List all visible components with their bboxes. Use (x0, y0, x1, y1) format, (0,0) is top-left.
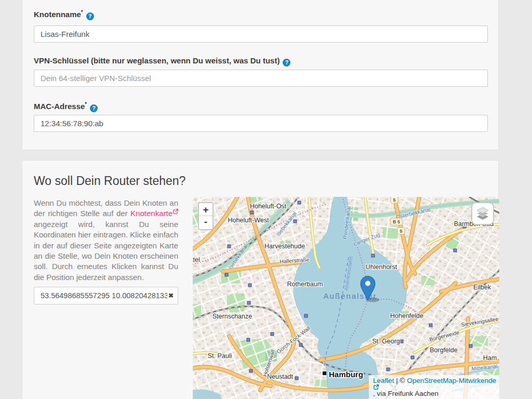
road-shield: 5 (391, 197, 398, 203)
description-after: angezeigt wird, kannst Du seine Koordina… (34, 220, 178, 282)
map-label: Hoheluft-West (228, 217, 269, 224)
required-marker: * (81, 9, 83, 15)
attribution-separator: | © (394, 377, 407, 384)
svg-text:5: 5 (393, 197, 395, 203)
map-label: Hohenfelde (390, 312, 423, 320)
map-label: Borgfelde (430, 347, 458, 354)
external-link-icon (374, 384, 379, 390)
city-marker-square (323, 371, 326, 375)
knotenkarte-link[interactable]: Knotenkarte (130, 209, 178, 218)
map-label: Hamburg (329, 370, 363, 379)
leaflet-link[interactable]: Leaflet (373, 377, 394, 384)
zoom-out-button[interactable]: - (199, 216, 212, 229)
vpn-key-input[interactable] (34, 70, 488, 87)
vpn-key-label: VPN-Schlüssel (bitte nur weglassen, wenn… (34, 56, 290, 66)
attribution-suffix: , via Freifunk Aachen (373, 390, 438, 397)
map-label: Rotherbaum (287, 281, 323, 288)
layers-control[interactable] (471, 202, 494, 225)
map-label: Uhlenhorst (366, 263, 397, 271)
mac-address-label-text: MAC-Adresse (34, 102, 85, 111)
location-description: Wenn Du möchtest, dass Dein Knoten an de… (34, 198, 178, 283)
page-title: Wo soll Dein Router stehen? (34, 174, 185, 188)
help-icon[interactable]: ? (283, 59, 290, 66)
zoom-control: + - (198, 202, 214, 230)
node-form-card: Knotenname*? VPN-Schlüssel (bitte nur we… (22, 0, 499, 150)
location-card: Wo soll Dein Router stehen? Wenn Du möch… (22, 160, 499, 399)
osm-link[interactable]: OpenStreetMap-Mitwirkende (407, 377, 496, 384)
map-attribution: Leaflet | © OpenStreetMap-Mitwirkende, v… (369, 375, 499, 399)
node-name-label: Knotenname*? (34, 9, 94, 20)
map-label: St. Georg (372, 338, 400, 345)
help-icon[interactable]: ? (90, 104, 98, 112)
mac-address-label: MAC-Adresse*? (34, 101, 98, 112)
map-label: Ham (483, 354, 497, 362)
coordinates-value: 53.56498685557295 10.00820428133 (41, 291, 167, 300)
road-shield: 5 (397, 228, 405, 234)
vpn-key-label-text: VPN-Schlüssel (bitte nur weglassen, wenn… (34, 56, 280, 65)
zoom-in-button[interactable]: + (199, 203, 212, 216)
clear-icon[interactable]: ✖ (167, 292, 174, 299)
map-label: Hoheluft-Ost (250, 203, 287, 210)
map-tiles: Hoheluft-OstHoheluft-WestHarvestehudeütt… (193, 197, 499, 399)
map-label: St. Pauli (208, 352, 232, 360)
road-shield: B 5 (391, 218, 402, 225)
required-marker: * (85, 101, 87, 107)
svg-text:5: 5 (400, 229, 402, 234)
map-label: Sternschanze (212, 313, 252, 320)
map-label: Neustadt (267, 373, 294, 380)
map-label: üttel (193, 256, 200, 263)
map-label: Harvestehude (264, 243, 305, 250)
knotenkarte-link-label: Knotenkarte (130, 209, 172, 218)
help-icon[interactable]: ? (86, 12, 94, 20)
node-name-label-text: Knotenname (34, 10, 81, 19)
node-name-input[interactable] (34, 25, 488, 43)
coordinates-input[interactable]: 53.56498685557295 10.00820428133 ✖ (34, 287, 178, 304)
map-canvas[interactable]: Hoheluft-OstHoheluft-WestHarvestehudeütt… (193, 197, 499, 399)
svg-text:B 5: B 5 (393, 219, 400, 224)
map-label: Eilbek (473, 284, 491, 291)
external-link-icon (173, 209, 178, 214)
layers-icon (475, 206, 490, 221)
mac-address-input[interactable] (34, 115, 488, 132)
